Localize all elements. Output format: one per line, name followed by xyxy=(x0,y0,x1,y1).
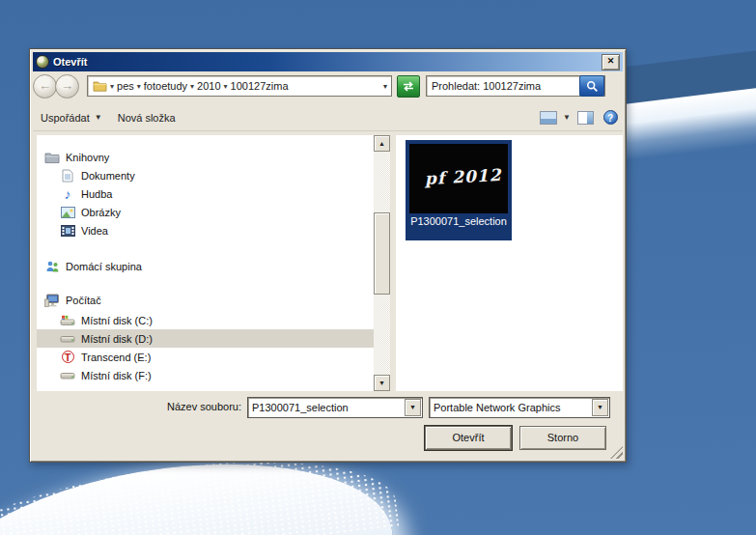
file-list-pane[interactable]: pf 2012 P1300071_selection xyxy=(396,135,623,391)
sidebar-item-transcend-e[interactable]: T Transcend (E:) xyxy=(37,348,374,366)
preview-pane-button[interactable] xyxy=(576,110,594,126)
sidebar-item-label: Místní disk (F:) xyxy=(81,370,152,381)
sidebar-item-obrazky[interactable]: Obrázky xyxy=(37,203,374,221)
sidebar-item-label: Obrázky xyxy=(81,207,121,218)
back-button[interactable]: ← xyxy=(33,74,57,99)
command-bar: Uspořádat ▼ Nová složka ▼ ? xyxy=(33,104,623,131)
music-icon: ♪ xyxy=(60,186,75,202)
filetype-value: Portable Network Graphics xyxy=(430,402,592,413)
views-dropdown-arrow[interactable]: ▼ xyxy=(563,113,571,122)
drive-icon xyxy=(60,368,75,383)
transcend-drive-icon: T xyxy=(60,350,75,365)
sidebar-item-label: Knihovny xyxy=(66,152,109,163)
scroll-down-button[interactable]: ▼ xyxy=(374,375,390,391)
filetype-combobox[interactable]: Portable Network Graphics ▼ xyxy=(429,397,610,418)
sidebar-item-label: Počítač xyxy=(66,295,101,306)
navigation-tree: Knihovny Dokumenty ♪ Hudba xyxy=(37,135,374,391)
crumb-arrow[interactable]: ▾ xyxy=(110,82,114,91)
sidebar-item-dokumenty[interactable]: Dokumenty xyxy=(37,166,374,184)
search-button[interactable] xyxy=(579,75,604,97)
breadcrumb-segment-2010[interactable]: 2010 xyxy=(197,80,220,92)
sidebar-item-disk-f[interactable]: Místní disk (F:) xyxy=(37,366,374,384)
sidebar-item-label: Místní disk (D:) xyxy=(81,333,153,345)
sidebar-item-hudba[interactable]: ♪ Hudba xyxy=(37,184,374,203)
filename-label: Název souboru: xyxy=(33,401,241,412)
breadcrumb-segment-pes[interactable]: pes xyxy=(117,80,134,92)
dialog-client-area: ← → ▾ pes ▾ fotoetudy ▾ 2010 ▾ 100127zim… xyxy=(33,71,623,459)
views-icon xyxy=(540,111,557,125)
file-thumbnail: pf 2012 xyxy=(409,144,508,213)
crumb-arrow[interactable]: ▾ xyxy=(190,82,194,91)
search-input[interactable] xyxy=(427,77,579,95)
crumb-arrow[interactable]: ▾ xyxy=(224,82,228,91)
drive-icon xyxy=(60,331,75,347)
scrollbar-thumb[interactable] xyxy=(374,212,390,295)
search-box xyxy=(426,75,605,97)
filename-dropdown-button[interactable]: ▼ xyxy=(405,399,421,416)
sidebar-item-videa[interactable]: Videa xyxy=(37,221,374,239)
dialog-footer: Název souboru: ▼ Portable Network Graphi… xyxy=(33,391,623,459)
nav-scrollbar[interactable]: ▲ ▼ xyxy=(374,135,390,391)
close-button[interactable]: ✕ xyxy=(602,54,620,70)
sidebar-item-label: Dokumenty xyxy=(81,170,135,182)
breadcrumb-segment-100127zima[interactable]: 100127zima xyxy=(231,80,289,92)
filename-combobox: ▼ xyxy=(247,397,423,418)
videos-icon xyxy=(60,223,75,239)
sidebar-item-domaci-skupina[interactable]: Domácí skupina xyxy=(37,257,374,275)
forward-button[interactable]: → xyxy=(55,74,79,99)
help-button[interactable]: ? xyxy=(602,110,619,126)
window-title: Otevřít xyxy=(53,56,598,68)
filename-input[interactable] xyxy=(248,402,405,413)
address-row: ← → ▾ pes ▾ fotoetudy ▾ 2010 ▾ 100127zim… xyxy=(33,73,623,99)
refresh-icon xyxy=(402,81,415,92)
breadcrumb[interactable]: ▾ pes ▾ fotoetudy ▾ 2010 ▾ 100127zima ▾ xyxy=(87,75,392,97)
sidebar-gap xyxy=(37,239,374,257)
pictures-icon xyxy=(60,205,75,220)
new-folder-button[interactable]: Nová složka xyxy=(110,109,183,127)
file-item-selected[interactable]: pf 2012 P1300071_selection xyxy=(406,140,512,240)
folder-icon xyxy=(92,78,107,94)
filename-row: Název souboru: ▼ Portable Network Graphi… xyxy=(33,397,623,418)
search-icon xyxy=(586,80,599,93)
chevron-down-icon: ▼ xyxy=(95,113,102,122)
documents-icon xyxy=(60,168,75,183)
help-icon: ? xyxy=(603,110,618,125)
desktop: Otevřít ✕ ← → ▾ pes ▾ fotoetudy ▾ 2010 xyxy=(0,0,756,535)
new-folder-label: Nová složka xyxy=(118,112,176,124)
open-button[interactable]: Otevřít xyxy=(425,426,512,450)
sidebar-item-knihovny[interactable]: Knihovny xyxy=(37,148,374,166)
app-icon xyxy=(36,55,49,69)
address-history-arrow[interactable]: ▾ xyxy=(383,82,387,91)
sidebar-item-disk-d[interactable]: Místní disk (D:) xyxy=(37,329,374,348)
sidebar-item-label: Hudba xyxy=(81,188,112,200)
cancel-button[interactable]: Storno xyxy=(519,426,606,450)
preview-pane-icon xyxy=(577,111,594,125)
sidebar-item-label: Domácí skupina xyxy=(66,261,142,272)
navigation-pane: Knihovny Dokumenty ♪ Hudba xyxy=(37,135,390,391)
sidebar-item-label: Transcend (E:) xyxy=(81,352,151,363)
breadcrumb-segment-fotoetudy[interactable]: fotoetudy xyxy=(144,80,187,92)
filetype-dropdown-button[interactable]: ▼ xyxy=(592,399,608,416)
thumbnail-text: pf 2012 xyxy=(424,165,501,188)
homegroup-icon xyxy=(44,259,60,274)
sidebar-gap xyxy=(37,275,374,291)
computer-icon xyxy=(44,293,60,308)
organize-button[interactable]: Uspořádat ▼ xyxy=(33,109,110,127)
sidebar-item-disk-c[interactable]: Místní disk (C:) xyxy=(37,311,374,329)
titlebar[interactable]: Otevřít ✕ xyxy=(33,52,623,71)
crumb-arrow[interactable]: ▾ xyxy=(137,82,141,91)
file-name-label: P1300071_selection xyxy=(408,215,509,228)
libraries-icon xyxy=(44,150,60,165)
sidebar-item-label: Videa xyxy=(81,225,108,237)
resize-grip[interactable] xyxy=(610,446,623,459)
views-button[interactable] xyxy=(540,110,557,126)
sidebar-item-label: Místní disk (C:) xyxy=(81,315,153,326)
system-drive-icon xyxy=(60,313,75,328)
scroll-up-button[interactable]: ▲ xyxy=(374,135,390,152)
refresh-button[interactable] xyxy=(397,75,420,98)
open-dialog-window: Otevřít ✕ ← → ▾ pes ▾ fotoetudy ▾ 2010 xyxy=(29,48,627,463)
sidebar-item-pocitac[interactable]: Počítač xyxy=(37,291,374,309)
organize-label: Uspořádat xyxy=(41,112,90,124)
